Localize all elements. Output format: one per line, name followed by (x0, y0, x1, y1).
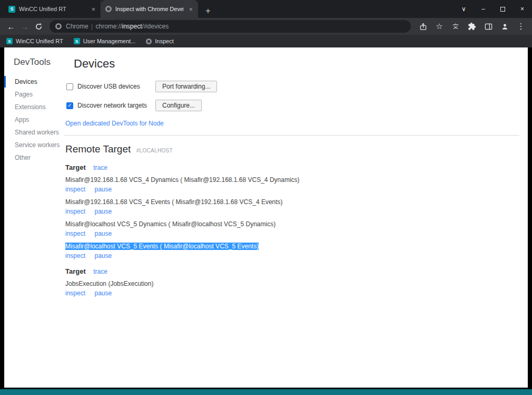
window-controls: ∨ – × (454, 0, 532, 18)
titlebar: S WinCC Unified RT × Inspect with Chrome… (0, 0, 532, 18)
target-name: Misafir@192.168.1.68 VCS_4 Dynamics ( Mi… (65, 176, 300, 184)
extensions-puzzle-icon[interactable] (467, 22, 477, 31)
share-icon[interactable] (418, 22, 428, 31)
url-host: inspect (122, 23, 142, 30)
close-button[interactable]: × (513, 0, 532, 18)
bookmark-wincc-unified-rt[interactable]: S WinCC Unified RT (6, 38, 63, 44)
target-name-selected: Misafir@localhost VCS_5 Events ( Misafir… (65, 243, 259, 250)
tab-title: Inspect with Chrome Developer T (115, 6, 184, 12)
new-tab-button[interactable]: + (201, 4, 215, 18)
node-link-row: Open dedicated DevTools for Node (65, 118, 519, 128)
node-devtools-link[interactable]: Open dedicated DevTools for Node (65, 120, 164, 127)
target-group-1: Target trace Misafir@192.168.1.68 VCS_4 … (64, 162, 519, 260)
target-entry: JobsExecution (JobsExecution) inspect pa… (65, 280, 519, 297)
tab-close-icon[interactable]: × (90, 6, 96, 13)
target-entry-selected: Misafir@localhost VCS_5 Events ( Misafir… (65, 243, 519, 260)
target-name: JobsExecution (JobsExecution) (65, 280, 153, 287)
usb-checkbox[interactable] (66, 83, 73, 90)
target-group-2: Target trace JobsExecution (JobsExecutio… (64, 266, 519, 297)
back-button[interactable]: ← (4, 20, 18, 33)
target-actions: inspect pause (65, 229, 519, 238)
target-actions: inspect pause (65, 288, 519, 297)
maximize-icon (500, 7, 505, 12)
inspect-link[interactable]: inspect (65, 290, 85, 297)
target-name: Misafir@localhost VCS_5 Dynamics ( Misaf… (65, 220, 275, 228)
siemens-favicon: S (8, 6, 15, 13)
devtools-sidebar: DevTools Devices Pages Extensions Apps S… (4, 47, 63, 388)
bookmark-star-icon[interactable]: ☆ (435, 22, 444, 31)
tab-close-icon[interactable]: × (188, 6, 194, 13)
remote-target-title: Remote Target (65, 143, 131, 155)
target-group-header: Target trace (65, 266, 519, 276)
target-name: Misafir@192.168.1.68 VCS_4 Events ( Misa… (65, 198, 283, 206)
browser-toolbar: ← → Chrome | chrome://inspect/#devices (0, 18, 532, 35)
reload-button[interactable] (32, 20, 45, 33)
siemens-favicon: S (74, 38, 80, 44)
maximize-button[interactable] (493, 0, 513, 18)
omnibox[interactable]: Chrome | chrome://inspect/#devices (50, 20, 411, 33)
tab-strip: S WinCC Unified RT × Inspect with Chrome… (0, 0, 215, 18)
remote-target-header: Remote Target #LOCALHOST (65, 143, 519, 157)
network-checkbox[interactable]: ✓ (66, 102, 73, 109)
discover-usb-row: Discover USB devices Port forwarding... (66, 80, 519, 93)
divider (64, 135, 519, 136)
inspect-link[interactable]: inspect (65, 186, 85, 193)
inspect-link[interactable]: inspect (65, 252, 85, 259)
page-title: Devices (74, 57, 519, 71)
browser-window: S WinCC Unified RT × Inspect with Chrome… (0, 0, 532, 395)
sidebar-item-apps[interactable]: Apps (4, 114, 63, 126)
tab-inspect[interactable]: Inspect with Chrome Developer T × (101, 0, 198, 18)
menu-dots-icon[interactable]: ⋮ (516, 22, 526, 31)
page-content: DevTools Devices Pages Extensions Apps S… (4, 47, 528, 388)
pause-link[interactable]: pause (94, 290, 112, 297)
sidebar-item-pages[interactable]: Pages (4, 89, 63, 100)
usb-label: Discover USB devices (77, 83, 155, 90)
bookmark-label: Inspect (155, 38, 173, 44)
inspect-link[interactable]: inspect (65, 230, 85, 237)
forward-button[interactable]: → (18, 20, 32, 33)
devices-panel: Devices Discover USB devices Port forwar… (63, 47, 528, 388)
target-entry: Misafir@192.168.1.68 VCS_4 Dynamics ( Mi… (65, 176, 519, 194)
pause-link[interactable]: pause (94, 230, 112, 237)
bookmarks-bar: S WinCC Unified RT S User Management... … (0, 35, 532, 47)
configure-button[interactable]: Configure... (155, 100, 202, 111)
localhost-badge: #LOCALHOST (136, 148, 173, 153)
discover-network-row: ✓ Discover network targets Configure... (66, 99, 519, 112)
url-app-label: Chrome (66, 23, 88, 30)
url-text: Chrome | chrome://inspect/#devices (66, 23, 169, 30)
url-scheme: chrome:// (96, 23, 122, 30)
sidebar-item-service-workers[interactable]: Service workers (4, 139, 63, 151)
bookmark-inspect[interactable]: Inspect (146, 38, 173, 44)
profile-icon[interactable] (500, 22, 509, 31)
side-panel-icon[interactable] (484, 22, 493, 31)
tab-search-chevron-icon[interactable]: ∨ (454, 0, 474, 18)
target-group-label: Target (65, 267, 86, 275)
sidebar-item-extensions[interactable]: Extensions (4, 101, 63, 113)
target-group-header: Target trace (65, 162, 519, 172)
sidebar-item-shared-workers[interactable]: Shared workers (4, 127, 63, 138)
target-actions: inspect pause (65, 251, 519, 260)
target-actions: inspect pause (65, 207, 519, 216)
trace-link[interactable]: trace (93, 268, 107, 275)
tab-wincc-unified-rt[interactable]: S WinCC Unified RT × (4, 0, 101, 18)
minimize-button[interactable]: – (474, 0, 493, 18)
port-forwarding-button[interactable]: Port forwarding... (155, 81, 217, 92)
extension-cjk-icon[interactable] (451, 22, 460, 31)
url-separator: | (91, 23, 93, 30)
sidebar-item-devices[interactable]: Devices (4, 76, 63, 88)
pause-link[interactable]: pause (94, 186, 112, 193)
devtools-title: DevTools (14, 57, 63, 68)
sidebar-item-other[interactable]: Other (4, 152, 63, 163)
trace-link[interactable]: trace (93, 164, 107, 171)
taskbar (0, 389, 532, 395)
tab-title: WinCC Unified RT (19, 6, 86, 12)
network-label: Discover network targets (77, 102, 155, 109)
target-group-label: Target (65, 163, 86, 171)
inspect-favicon (105, 6, 112, 12)
siemens-favicon: S (6, 38, 13, 44)
bookmark-label: User Management... (83, 38, 136, 44)
inspect-link[interactable]: inspect (65, 208, 85, 215)
pause-link[interactable]: pause (94, 208, 112, 215)
pause-link[interactable]: pause (94, 252, 112, 259)
bookmark-user-management[interactable]: S User Management... (74, 38, 136, 44)
